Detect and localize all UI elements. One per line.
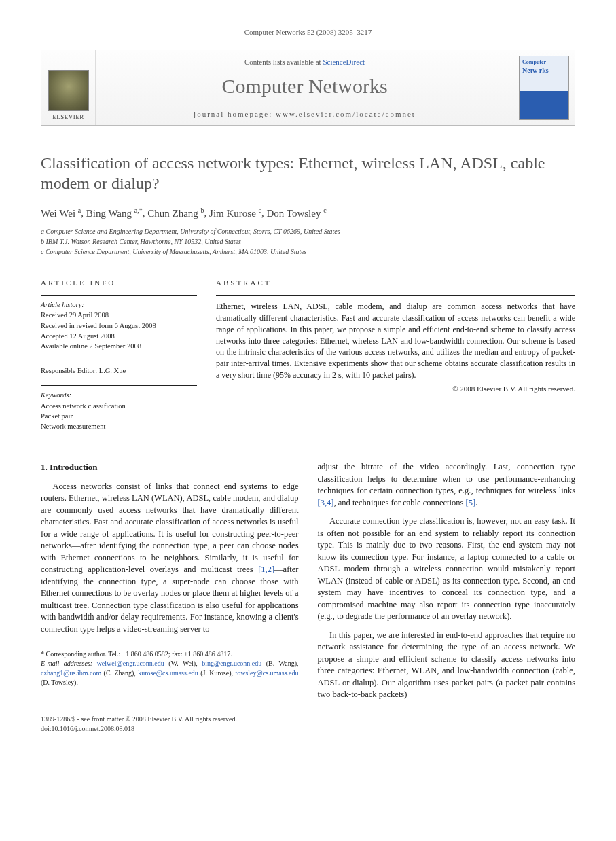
article-body: 1. Introduction Access networks consist …: [41, 461, 575, 701]
abstract-heading: ABSTRACT: [216, 278, 575, 288]
email-link[interactable]: weiwei@engr.uconn.edu: [97, 660, 164, 667]
history-received: Received 29 April 2008: [41, 310, 197, 320]
masthead-center: Contents lists available at ScienceDirec…: [96, 50, 513, 125]
section-heading-introduction: 1. Introduction: [41, 461, 299, 473]
affiliation-a: a Computer Science and Engineering Depar…: [41, 227, 575, 236]
body-paragraph: In this paper, we are interested in end-…: [318, 630, 576, 701]
journal-name: Computer Networks: [221, 73, 387, 101]
publisher-name: ELSEVIER: [52, 113, 84, 121]
keywords-block: Keywords: Access network classification …: [41, 385, 197, 431]
journal-cover: Computer Netw rks: [513, 50, 575, 125]
body-text: —after identifying the connection type, …: [41, 565, 299, 634]
info-abstract-row: ARTICLE INFO Article history: Received 2…: [41, 268, 575, 441]
history-online: Available online 2 September 2008: [41, 341, 197, 351]
front-matter-line: 1389-1286/$ - see front matter © 2008 El…: [41, 715, 575, 724]
cover-thumbnail: Computer Netw rks: [519, 56, 569, 120]
body-paragraph: Access networks consist of links that co…: [41, 481, 299, 636]
keyword: Packet pair: [41, 411, 197, 421]
email-addresses: E-mail addresses: weiwei@engr.uconn.edu …: [41, 659, 299, 687]
body-text: .: [475, 498, 477, 507]
editor-block: Responsible Editor: L.G. Xue: [41, 361, 197, 376]
article-title: Classification of access network types: …: [41, 153, 575, 194]
abstract-text: Ethernet, wireless LAN, ADSL, cable mode…: [216, 295, 575, 394]
corresponding-author-footnote: * Corresponding author. Tel.: +1 860 486…: [41, 645, 299, 687]
journal-masthead: ELSEVIER Contents lists available at Sci…: [41, 50, 575, 126]
body-paragraph: adjust the bitrate of the video accordin…: [318, 461, 576, 509]
cover-text-net: Netw rks: [522, 66, 549, 75]
keywords-label: Keywords:: [41, 390, 197, 400]
email-link[interactable]: towsley@cs.umass.edu: [235, 669, 298, 677]
body-paragraph: Accurate connection type classification …: [318, 516, 576, 623]
history-accepted: Accepted 12 August 2008: [41, 331, 197, 341]
affiliations: a Computer Science and Engineering Depar…: [41, 227, 575, 257]
article-history-block: Article history: Received 29 April 2008 …: [41, 295, 197, 351]
email-link[interactable]: kurose@cs.umass.edu: [138, 669, 198, 677]
body-text: , and techniques for cable connections: [333, 498, 465, 507]
email-link[interactable]: czhang1@us.ibm.com: [41, 669, 101, 677]
article-info-column: ARTICLE INFO Article history: Received 2…: [41, 278, 197, 441]
keyword: Access network classification: [41, 401, 197, 411]
email-label: E-mail addresses:: [41, 660, 92, 667]
abstract-body: Ethernet, wireless LAN, ADSL, cable mode…: [216, 302, 575, 380]
abstract-copyright: © 2008 Elsevier B.V. All rights reserved…: [216, 384, 575, 394]
affiliation-c: c Computer Science Department, Universit…: [41, 247, 575, 257]
citation-link[interactable]: [3,4]: [318, 498, 334, 507]
journal-homepage: journal homepage: www.elsevier.com/locat…: [194, 109, 416, 120]
sciencedirect-link[interactable]: ScienceDirect: [323, 58, 365, 66]
abstract-column: ABSTRACT Ethernet, wireless LAN, ADSL, c…: [216, 278, 575, 441]
body-text: adjust the bitrate of the video accordin…: [318, 462, 576, 495]
page-footer: 1389-1286/$ - see front matter © 2008 El…: [41, 715, 575, 734]
author-list: Wei Wei a, Bing Wang a,*, Chun Zhang b, …: [41, 206, 575, 220]
history-label: Article history:: [41, 300, 197, 310]
affiliation-b: b IBM T.J. Watson Research Center, Hawth…: [41, 237, 575, 247]
running-head: Computer Networks 52 (2008) 3205–3217: [41, 27, 575, 37]
email-link[interactable]: bing@engr.uconn.edu: [202, 660, 261, 667]
contents-prefix: Contents lists available at: [244, 58, 323, 66]
publisher-logo: ELSEVIER: [41, 50, 96, 125]
contents-available-line: Contents lists available at ScienceDirec…: [244, 57, 365, 67]
citation-link[interactable]: [5]: [465, 498, 475, 507]
citation-link[interactable]: [1,2]: [258, 565, 274, 574]
doi-line: doi:10.1016/j.comnet.2008.08.018: [41, 724, 575, 734]
keyword: Network measurement: [41, 421, 197, 431]
history-revised: Received in revised form 6 August 2008: [41, 321, 197, 331]
article-info-heading: ARTICLE INFO: [41, 278, 197, 288]
responsible-editor: Responsible Editor: L.G. Xue: [41, 365, 197, 376]
corresponding-author-line: * Corresponding author. Tel.: +1 860 486…: [41, 649, 299, 659]
elsevier-tree-icon: [48, 70, 89, 111]
body-text: Access networks consist of links that co…: [41, 482, 299, 575]
